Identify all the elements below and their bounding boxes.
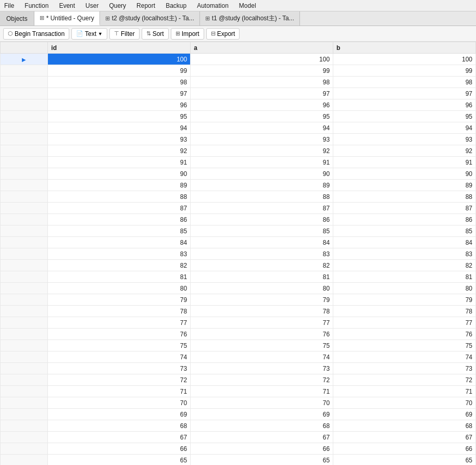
cell-a[interactable]: 84 xyxy=(191,237,333,248)
cell-b[interactable]: 90 xyxy=(333,168,476,180)
cell-id[interactable]: 76 xyxy=(48,329,191,340)
cell-id[interactable]: 95 xyxy=(48,111,191,122)
table-row[interactable]: 757575 xyxy=(1,340,476,351)
menu-backup[interactable]: Backup xyxy=(164,1,189,10)
cell-id[interactable]: 70 xyxy=(48,397,191,409)
cell-id[interactable]: 90 xyxy=(48,168,191,180)
table-row[interactable]: ▶100100100 xyxy=(1,54,476,65)
cell-b[interactable]: 94 xyxy=(333,122,476,134)
cell-id[interactable]: 89 xyxy=(48,180,191,191)
cell-id[interactable]: 83 xyxy=(48,248,191,260)
table-row[interactable]: 939393 xyxy=(1,134,476,145)
table-row[interactable]: 888888 xyxy=(1,191,476,203)
cell-id[interactable]: 87 xyxy=(48,203,191,214)
cell-b[interactable]: 82 xyxy=(333,260,476,271)
tab-untitled-query[interactable]: ⊞ * Untitled - Query xyxy=(34,11,100,26)
cell-a[interactable]: 99 xyxy=(191,65,333,77)
menu-file[interactable]: File xyxy=(2,1,16,10)
cell-a[interactable]: 82 xyxy=(191,260,333,271)
cell-a[interactable]: 79 xyxy=(191,294,333,306)
cell-a[interactable]: 92 xyxy=(191,145,333,157)
sort-button[interactable]: ⇅ Sort xyxy=(142,28,169,40)
cell-a[interactable]: 69 xyxy=(191,409,333,420)
col-header-id[interactable]: id xyxy=(48,42,191,54)
cell-id[interactable]: 74 xyxy=(48,351,191,363)
cell-id[interactable]: 93 xyxy=(48,134,191,145)
tab-t1[interactable]: ⊞ t1 @study (localhost主) - Ta... xyxy=(200,11,300,26)
text-button[interactable]: 📄 Text ▼ xyxy=(71,28,107,40)
cell-a[interactable]: 66 xyxy=(191,443,333,455)
cell-b[interactable]: 79 xyxy=(333,294,476,306)
cell-b[interactable]: 96 xyxy=(333,99,476,111)
table-row[interactable]: 767676 xyxy=(1,329,476,340)
cell-b[interactable]: 75 xyxy=(333,340,476,351)
cell-id[interactable]: 71 xyxy=(48,386,191,397)
cell-a[interactable]: 85 xyxy=(191,225,333,237)
table-row[interactable]: 737373 xyxy=(1,363,476,374)
cell-b[interactable]: 87 xyxy=(333,203,476,214)
table-row[interactable]: 969696 xyxy=(1,99,476,111)
table-row[interactable]: 797979 xyxy=(1,294,476,306)
menu-automation[interactable]: Automation xyxy=(195,1,231,10)
cell-id[interactable]: 88 xyxy=(48,191,191,203)
tab-t2[interactable]: ⊞ t2 @study (localhost主) - Ta... xyxy=(100,11,200,26)
cell-id[interactable]: 91 xyxy=(48,157,191,168)
cell-a[interactable]: 89 xyxy=(191,180,333,191)
cell-a[interactable]: 88 xyxy=(191,191,333,203)
cell-b[interactable]: 99 xyxy=(333,65,476,77)
table-row[interactable]: 727272 xyxy=(1,374,476,386)
cell-id[interactable]: 65 xyxy=(48,455,191,466)
cell-id[interactable]: 84 xyxy=(48,237,191,248)
cell-id[interactable]: 69 xyxy=(48,409,191,420)
cell-a[interactable]: 67 xyxy=(191,432,333,443)
cell-a[interactable]: 81 xyxy=(191,271,333,283)
menu-user[interactable]: User xyxy=(83,1,101,10)
cell-a[interactable]: 86 xyxy=(191,214,333,225)
cell-b[interactable]: 76 xyxy=(333,329,476,340)
table-row[interactable]: 656565 xyxy=(1,455,476,466)
table-row[interactable]: 818181 xyxy=(1,271,476,283)
cell-id[interactable]: 86 xyxy=(48,214,191,225)
menu-event[interactable]: Event xyxy=(57,1,77,10)
cell-a[interactable]: 76 xyxy=(191,329,333,340)
cell-a[interactable]: 98 xyxy=(191,77,333,88)
table-row[interactable]: 848484 xyxy=(1,237,476,248)
menu-report[interactable]: Report xyxy=(134,1,157,10)
begin-transaction-button[interactable]: ⬡ Begin Transaction xyxy=(3,28,69,40)
export-button[interactable]: ⊟ Export xyxy=(206,28,240,40)
table-row[interactable]: 868686 xyxy=(1,214,476,225)
cell-id[interactable]: 72 xyxy=(48,374,191,386)
menu-function[interactable]: Function xyxy=(22,1,51,10)
cell-a[interactable]: 90 xyxy=(191,168,333,180)
cell-b[interactable]: 68 xyxy=(333,420,476,432)
table-row[interactable]: 676767 xyxy=(1,432,476,443)
cell-b[interactable]: 69 xyxy=(333,409,476,420)
cell-b[interactable]: 100 xyxy=(333,54,476,65)
cell-b[interactable]: 93 xyxy=(333,134,476,145)
cell-b[interactable]: 65 xyxy=(333,455,476,466)
filter-button[interactable]: ⊤ Filter xyxy=(109,28,140,40)
table-row[interactable]: 787878 xyxy=(1,306,476,317)
table-row[interactable]: 898989 xyxy=(1,180,476,191)
cell-a[interactable]: 91 xyxy=(191,157,333,168)
cell-a[interactable]: 74 xyxy=(191,351,333,363)
cell-b[interactable]: 73 xyxy=(333,363,476,374)
table-row[interactable]: 717171 xyxy=(1,386,476,397)
cell-a[interactable]: 97 xyxy=(191,88,333,99)
cell-a[interactable]: 75 xyxy=(191,340,333,351)
table-row[interactable]: 696969 xyxy=(1,409,476,420)
table-row[interactable]: 777777 xyxy=(1,317,476,329)
table-row[interactable]: 686868 xyxy=(1,420,476,432)
cell-a[interactable]: 77 xyxy=(191,317,333,329)
cell-a[interactable]: 71 xyxy=(191,386,333,397)
cell-id[interactable]: 77 xyxy=(48,317,191,329)
menu-model[interactable]: Model xyxy=(237,1,258,10)
table-row[interactable]: 858585 xyxy=(1,225,476,237)
table-row[interactable]: 808080 xyxy=(1,283,476,294)
cell-id[interactable]: 79 xyxy=(48,294,191,306)
cell-b[interactable]: 81 xyxy=(333,271,476,283)
cell-id[interactable]: 81 xyxy=(48,271,191,283)
cell-b[interactable]: 86 xyxy=(333,214,476,225)
cell-a[interactable]: 96 xyxy=(191,99,333,111)
col-header-a[interactable]: a xyxy=(191,42,333,54)
